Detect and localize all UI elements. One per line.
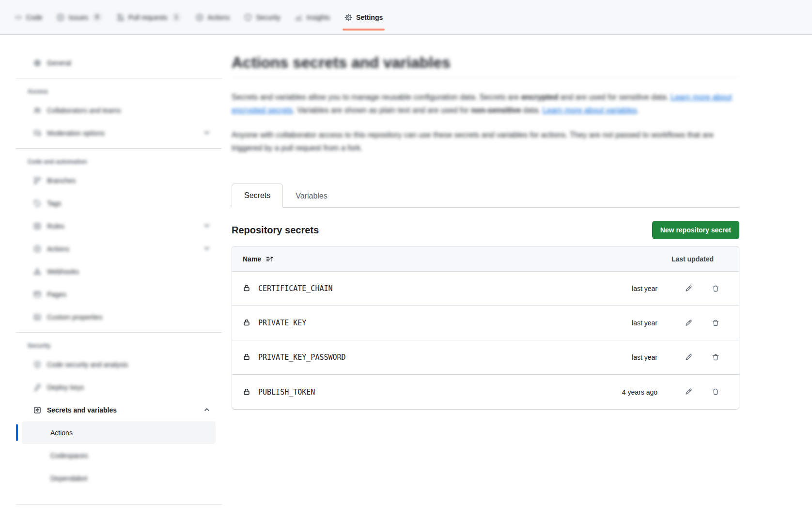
sidebar-section-code-and-automation: Code and automation (16, 155, 222, 169)
tab-label: Security (256, 14, 281, 21)
pencil-icon (685, 319, 693, 327)
pull-requests-counter-badge: 1 (172, 13, 182, 22)
intro-paragraph-2: Anyone with collaborator access to this … (232, 128, 739, 154)
tab-label: Actions (207, 14, 230, 21)
settings-content: Actions secrets and variables Secrets an… (232, 35, 739, 410)
delete-secret-button[interactable] (702, 385, 729, 399)
table-header-row: Name Last updated (232, 246, 739, 272)
intro-paragraph-1: Secrets and variables allow you to manag… (232, 91, 739, 117)
chevron-down-icon (203, 129, 210, 137)
sidebar-item-actions[interactable]: Actions (22, 237, 216, 260)
webhook-icon (33, 268, 41, 275)
active-tab-underline (343, 29, 385, 31)
edit-secret-button[interactable] (675, 385, 702, 399)
section-title-repository-secrets: Repository secrets (232, 225, 319, 236)
column-header-name[interactable]: Name (243, 255, 545, 263)
secret-last-updated: 4 years ago (602, 388, 675, 396)
column-header-last-updated: Last updated (545, 255, 729, 263)
pencil-icon (685, 388, 693, 396)
lock-icon (243, 388, 251, 397)
tab-security[interactable]: Security (238, 5, 286, 30)
intro-text: Secrets and variables allow you to manag… (232, 91, 739, 154)
page-title: Actions secrets and variables (232, 55, 739, 78)
sidebar-item-deploy-keys[interactable]: Deploy keys (22, 376, 216, 398)
sidebar-item-branches[interactable]: Branches (22, 169, 216, 192)
tab-issues[interactable]: Issues 8 (51, 5, 108, 30)
rules-icon (33, 222, 41, 230)
edit-secret-button[interactable] (675, 316, 702, 330)
code-icon (15, 14, 22, 21)
tab-label: Insights (307, 14, 330, 21)
sidebar-item-secrets-and-variables[interactable]: Secrets and variables (22, 398, 216, 421)
sidebar-item-code-security-and-analysis[interactable]: Code security and analysis (22, 353, 216, 376)
sidebar-divider (16, 148, 222, 149)
sidebar-item-rules[interactable]: Rules (22, 214, 216, 237)
trash-icon (712, 353, 720, 362)
pencil-icon (685, 353, 693, 362)
delete-secret-button[interactable] (702, 351, 729, 365)
graph-icon (295, 14, 303, 21)
tab-secrets[interactable]: Secrets (232, 184, 283, 208)
tab-code[interactable]: Code (9, 5, 48, 30)
settings-sidebar: General Access Collaborators and teams M… (16, 35, 222, 508)
sidebar-section-access: Access (16, 85, 222, 99)
secrets-variables-tabs: Secrets Variables (232, 184, 739, 208)
shield-icon (244, 14, 252, 21)
repo-tab-bar: Code Issues 8 Pull requests 1 Actions Se… (0, 0, 812, 35)
edit-secret-button[interactable] (675, 282, 702, 296)
sidebar-subitem-dependabot[interactable]: Dependabot (22, 467, 216, 489)
chevron-down-icon (203, 222, 210, 230)
sidebar-item-custom-properties[interactable]: Custom properties (22, 306, 216, 328)
play-circle-icon (33, 245, 41, 253)
secret-name: PRIVATE_KEY_PASSWORD (258, 353, 346, 362)
trash-icon (712, 319, 720, 327)
gear-icon (344, 14, 352, 21)
sidebar-item-collaborators-and-teams[interactable]: Collaborators and teams (22, 99, 216, 122)
tab-label: Issues (68, 14, 88, 21)
sidebar-item-tags[interactable]: Tags (22, 192, 216, 214)
sidebar-item-general[interactable]: General (22, 51, 216, 74)
table-row: PRIVATE_KEY_PASSWORD last year (232, 340, 739, 375)
new-repository-secret-button[interactable]: New repository secret (652, 221, 739, 239)
secret-name: CERTIFICATE_CHAIN (258, 284, 333, 293)
key-icon (33, 383, 41, 391)
lock-icon (243, 353, 251, 362)
lock-icon (243, 284, 251, 293)
git-pull-request-icon (117, 14, 125, 21)
secret-last-updated: last year (602, 353, 675, 361)
lock-icon (243, 319, 251, 327)
tab-variables[interactable]: Variables (283, 184, 340, 208)
secret-name: PRIVATE_KEY (258, 319, 306, 327)
shield-lock-icon (33, 361, 41, 368)
tab-insights[interactable]: Insights (289, 5, 336, 30)
secret-last-updated: last year (602, 319, 675, 327)
sidebar-item-webhooks[interactable]: Webhooks (22, 260, 216, 283)
tab-actions[interactable]: Actions (190, 5, 235, 30)
sidebar-divider (16, 504, 222, 505)
sidebar-item-moderation-options[interactable]: Moderation options (22, 122, 216, 144)
bold-non-sensitive: non-sensitive (471, 106, 521, 114)
sidebar-subitem-codespaces[interactable]: Codespaces (22, 444, 216, 467)
table-row: PUBLISH_TOKEN 4 years ago (232, 375, 739, 409)
sidebar-section-security: Security (16, 339, 222, 353)
sidebar-item-pages[interactable]: Pages (22, 283, 216, 306)
tab-settings[interactable]: Settings (339, 5, 389, 30)
link-learn-more-variables[interactable]: Learn more about variables (543, 106, 637, 114)
trash-icon (712, 388, 720, 396)
delete-secret-button[interactable] (702, 316, 729, 330)
chevron-down-icon (203, 245, 210, 253)
gear-icon (33, 59, 41, 67)
tab-label: Pull requests (128, 14, 168, 21)
play-circle-icon (196, 14, 203, 21)
secret-last-updated: last year (602, 285, 675, 292)
delete-secret-button[interactable] (702, 282, 729, 296)
tab-label: Code (26, 14, 42, 21)
tab-pull-requests[interactable]: Pull requests 1 (111, 5, 187, 30)
key-asterisk-icon (33, 406, 41, 414)
tab-label: Settings (356, 14, 383, 21)
browser-icon (33, 291, 41, 298)
pencil-icon (685, 285, 693, 293)
table-row: PRIVATE_KEY last year (232, 306, 739, 340)
edit-secret-button[interactable] (675, 351, 702, 365)
sidebar-subitem-actions[interactable]: Actions (22, 421, 216, 444)
